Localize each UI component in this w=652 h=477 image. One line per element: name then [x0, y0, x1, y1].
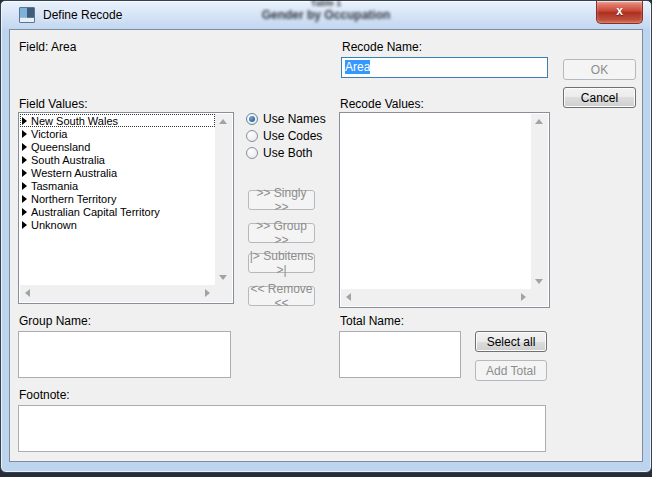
horizontal-scrollbar[interactable]: [341, 289, 531, 306]
total-name-label: Total Name:: [340, 314, 404, 328]
selected-text: Area: [345, 60, 370, 74]
title-bar[interactable]: Table 1 Gender by Occupation Define Reco…: [1, 1, 651, 29]
item-triangle-icon: [22, 208, 27, 216]
list-item[interactable]: Victoria: [20, 127, 215, 140]
item-label: South Australia: [31, 154, 105, 166]
recode-name-input[interactable]: Area: [341, 57, 548, 78]
horizontal-scrollbar[interactable]: [20, 285, 215, 302]
list-item[interactable]: Northern Territory: [20, 192, 215, 205]
item-triangle-icon: [22, 117, 27, 125]
select-all-button[interactable]: Select all: [475, 331, 547, 352]
total-name-input[interactable]: [339, 331, 461, 378]
recode-values-label: Recode Values:: [340, 97, 424, 111]
item-label: Unknown: [31, 219, 77, 231]
recode-values-listbox[interactable]: [339, 112, 550, 308]
list-item[interactable]: New South Wales: [20, 114, 215, 127]
list-item[interactable]: Tasmania: [20, 179, 215, 192]
scroll-left-icon[interactable]: [25, 289, 30, 297]
field-label: Field: Area: [19, 40, 76, 54]
item-triangle-icon: [22, 169, 27, 177]
window-title: Define Recode: [43, 8, 122, 22]
group-button[interactable]: >> Group >>: [248, 223, 315, 243]
scroll-up-icon[interactable]: [219, 119, 227, 124]
singly-button[interactable]: >> Singly >>: [248, 190, 315, 210]
add-total-button[interactable]: Add Total: [475, 360, 547, 381]
list-item[interactable]: Unknown: [20, 218, 215, 231]
item-triangle-icon: [22, 156, 27, 164]
scroll-down-icon[interactable]: [219, 275, 227, 280]
item-triangle-icon: [22, 130, 27, 138]
footnote-input[interactable]: [18, 405, 546, 452]
group-name-input[interactable]: [18, 331, 231, 378]
scroll-up-icon[interactable]: [535, 119, 543, 124]
item-triangle-icon: [22, 143, 27, 151]
item-label: Queensland: [31, 141, 90, 153]
list-item[interactable]: South Australia: [20, 153, 215, 166]
item-label: Western Australia: [31, 167, 117, 179]
radio-icon: [246, 147, 258, 159]
remove-button[interactable]: << Remove <<: [248, 286, 315, 306]
radio-use-names[interactable]: Use Names: [246, 110, 326, 127]
scroll-down-icon[interactable]: [535, 279, 543, 284]
recode-name-label: Recode Name:: [342, 40, 422, 54]
radio-label: Use Codes: [263, 129, 322, 143]
item-label: Northern Territory: [31, 193, 116, 205]
item-triangle-icon: [22, 221, 27, 229]
radio-use-both[interactable]: Use Both: [246, 144, 326, 161]
scroll-right-icon[interactable]: [521, 293, 526, 301]
dialog-client-area: Field: Area Recode Name: Area OK Cancel …: [9, 29, 643, 462]
field-values-label: Field Values:: [19, 97, 87, 111]
scrollbar-corner: [531, 289, 548, 306]
vertical-scrollbar[interactable]: [531, 114, 548, 289]
scroll-left-icon[interactable]: [346, 293, 351, 301]
item-label: New South Wales: [31, 115, 118, 127]
close-button[interactable]: x: [596, 1, 643, 24]
vertical-scrollbar[interactable]: [215, 114, 232, 285]
cancel-button[interactable]: Cancel: [563, 87, 636, 108]
item-label: Tasmania: [31, 180, 78, 192]
list-item[interactable]: Australian Capital Territory: [20, 205, 215, 218]
subitems-button[interactable]: |> Subitems >|: [248, 253, 315, 273]
item-label: Victoria: [31, 128, 67, 140]
item-label: Australian Capital Territory: [31, 206, 160, 218]
scrollbar-corner: [215, 285, 232, 302]
field-values-list: New South WalesVictoriaQueenslandSouth A…: [20, 114, 215, 285]
ok-button[interactable]: OK: [563, 59, 636, 80]
item-triangle-icon: [22, 182, 27, 190]
radio-label: Use Names: [263, 112, 326, 126]
radio-icon: [246, 130, 258, 142]
radio-use-codes[interactable]: Use Codes: [246, 127, 326, 144]
footnote-label: Footnote:: [19, 388, 70, 402]
list-item[interactable]: Queensland: [20, 140, 215, 153]
radio-icon: [246, 113, 258, 125]
item-triangle-icon: [22, 195, 27, 203]
list-item[interactable]: Western Australia: [20, 166, 215, 179]
app-icon: [19, 7, 35, 23]
radio-label: Use Both: [263, 146, 312, 160]
use-names-codes-radio-group: Use NamesUse CodesUse Both: [246, 110, 326, 161]
recode-values-list: [341, 114, 531, 289]
define-recode-dialog: Table 1 Gender by Occupation Define Reco…: [0, 0, 652, 473]
field-values-listbox[interactable]: New South WalesVictoriaQueenslandSouth A…: [18, 112, 234, 304]
screen: Table 1 Gender by Occupation Define Reco…: [0, 0, 652, 477]
group-name-label: Group Name:: [19, 314, 91, 328]
scroll-right-icon[interactable]: [205, 289, 210, 297]
